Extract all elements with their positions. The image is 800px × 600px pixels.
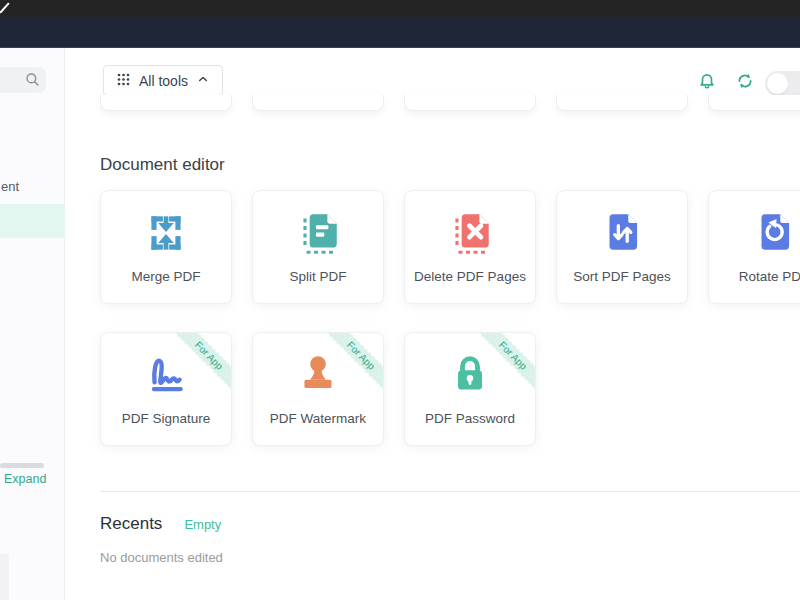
tool-card-delete-pdf-pages[interactable]: Delete PDF Pages — [404, 190, 536, 304]
scrolled-card-row — [100, 95, 800, 111]
tool-card-pdf-watermark[interactable]: PDF Watermark For App — [252, 332, 384, 446]
grid-icon — [116, 72, 131, 90]
toggle-knob — [767, 73, 788, 94]
window-titlebar — [0, 0, 800, 17]
search-icon — [25, 72, 40, 91]
all-tools-button[interactable]: All tools — [103, 65, 223, 96]
recents-empty-action[interactable]: Empty — [184, 517, 221, 532]
sidebar-item-truncated[interactable]: ent — [1, 179, 19, 194]
app-window: ent Expand All tools — [0, 0, 800, 600]
recents-title: Recents — [100, 514, 162, 534]
recents-divider — [100, 491, 800, 492]
password-icon — [445, 350, 495, 400]
recents-empty-message: No documents edited — [100, 550, 223, 565]
partial-tool-card[interactable] — [708, 95, 800, 111]
tool-card-split-pdf[interactable]: Split PDF — [252, 190, 384, 304]
partial-tool-card[interactable] — [404, 95, 536, 111]
signature-icon — [141, 350, 191, 400]
tool-card-pdf-password[interactable]: PDF Password For App — [404, 332, 536, 446]
watermark-icon — [293, 350, 343, 400]
tool-card-rotate-pdf[interactable]: Rotate PDF — [708, 190, 800, 304]
sidebar-expand-link[interactable]: Expand — [4, 472, 46, 486]
titlebar-mark — [0, 3, 10, 14]
account-toggle-pill[interactable] — [765, 71, 800, 96]
sidebar: ent Expand — [0, 48, 65, 600]
tools-grid: Merge PDF Split PDF Delete PDF Pages Sor… — [100, 190, 800, 446]
sort-icon — [597, 208, 647, 258]
sidebar-search-input[interactable] — [0, 67, 46, 93]
tool-card-merge-pdf[interactable]: Merge PDF — [100, 190, 232, 304]
sync-icon[interactable] — [736, 72, 754, 94]
tool-card-sort-pdf-pages[interactable]: Sort PDF Pages — [556, 190, 688, 304]
partial-tool-card[interactable] — [100, 95, 232, 111]
tool-card-pdf-signature[interactable]: PDF Signature For App — [100, 332, 232, 446]
rotate-icon — [749, 208, 799, 258]
app-header-bar — [0, 17, 800, 48]
chevron-up-icon — [196, 72, 210, 89]
section-title-document-editor: Document editor — [100, 155, 225, 175]
sidebar-item-selected[interactable] — [0, 204, 67, 238]
split-icon — [293, 208, 343, 258]
partial-tool-card[interactable] — [556, 95, 688, 111]
delete-icon — [445, 208, 495, 258]
sidebar-divider-bar — [0, 463, 44, 468]
all-tools-label: All tools — [139, 73, 188, 89]
main-content: All tools Document editor Merge PDF — [65, 48, 800, 600]
sidebar-bottom-strip — [0, 554, 9, 600]
merge-icon — [141, 208, 191, 258]
bell-icon[interactable] — [698, 72, 716, 94]
partial-tool-card[interactable] — [252, 95, 384, 111]
